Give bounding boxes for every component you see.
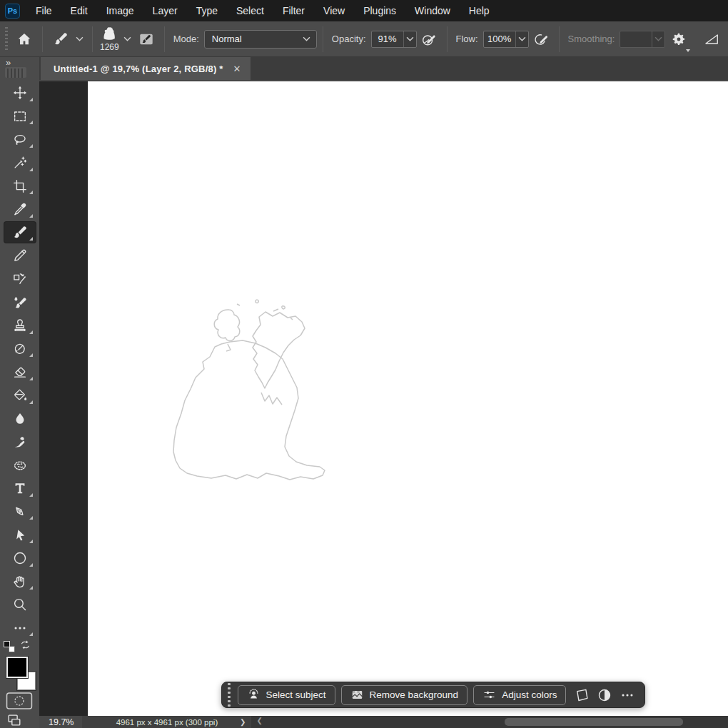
flyout-triangle (29, 98, 33, 101)
tool-path-selection[interactable] (0, 523, 39, 547)
menu-view[interactable]: View (314, 0, 354, 21)
tool-type[interactable] (0, 477, 39, 500)
pressure-opacity-toggle[interactable] (417, 25, 441, 54)
document-info[interactable]: 4961 px x 4961 px (300 ppi) ❯ (82, 716, 251, 728)
tool-pen[interactable] (0, 500, 39, 524)
smoothing-chevron (652, 31, 664, 47)
brush-preset-chevron[interactable] (121, 36, 134, 41)
menu-help[interactable]: Help (460, 0, 499, 21)
swap-colors-icon (19, 639, 31, 651)
opacity-label: Opacity: (332, 34, 366, 44)
tool-history-brush[interactable] (0, 338, 39, 361)
foreground-color-swatch[interactable] (6, 657, 28, 678)
document-tab-title: Untitled-1 @ 19,7% (Layer 2, RGB/8) * (54, 64, 223, 74)
flow-input[interactable] (484, 31, 515, 47)
home-icon (16, 31, 32, 47)
airbrush-toggle[interactable] (529, 25, 553, 54)
flyout-triangle (29, 237, 33, 241)
screen-mode-button[interactable] (6, 712, 22, 728)
tool-object-selection[interactable] (0, 151, 39, 175)
menu-window[interactable]: Window (405, 0, 460, 21)
more-button[interactable] (617, 685, 637, 705)
tool-move[interactable] (0, 81, 39, 105)
chevron-down-icon (654, 36, 662, 41)
transform-button[interactable] (572, 685, 592, 705)
tool-eraser[interactable] (0, 360, 39, 384)
tool-zoom[interactable] (0, 593, 39, 617)
menu-select[interactable]: Select (227, 0, 273, 21)
photoshop-window: Ps FileEditImageLayerTypeSelectFilterVie… (0, 0, 728, 728)
tool-preset-brush-button[interactable] (49, 25, 73, 54)
tool-brush[interactable] (0, 221, 39, 245)
pasteboard (39, 81, 728, 716)
tool-pattern-stamp[interactable] (0, 268, 39, 291)
default-colors-button[interactable] (4, 641, 15, 652)
opacity-field (371, 31, 417, 48)
brush-icon (53, 31, 69, 47)
document-canvas[interactable] (88, 81, 728, 716)
flyout-triangle (29, 353, 33, 357)
tool-more[interactable] (0, 617, 39, 640)
quick-mask-button[interactable] (6, 692, 33, 712)
tonal-button[interactable] (595, 685, 615, 705)
brush-tip-bear-icon (101, 26, 118, 41)
menu-type[interactable]: Type (187, 0, 227, 21)
tool-clone-stamp[interactable] (0, 314, 39, 338)
flyout-triangle (29, 586, 33, 590)
status-bar: 19.7% 4961 px x 4961 px (300 ppi) ❯ ❮ (39, 716, 728, 728)
opacity-input[interactable] (372, 31, 403, 47)
tool-crop[interactable] (0, 174, 39, 198)
task-bar-drag-handle[interactable] (228, 683, 231, 707)
brush-options-gear-button[interactable] (665, 25, 692, 54)
separator (559, 26, 560, 52)
home-button[interactable] (12, 25, 36, 54)
tool-sponge[interactable] (0, 454, 39, 477)
flyout-triangle (29, 516, 33, 520)
tool-eyedropper[interactable] (0, 198, 39, 221)
flow-chevron[interactable] (515, 31, 528, 47)
remove-background-button[interactable]: Remove background (341, 685, 468, 705)
tool-pencil[interactable] (0, 244, 39, 268)
scroll-left-icon[interactable]: ❮ (256, 717, 262, 724)
status-flyout-icon[interactable]: ❯ (240, 718, 246, 726)
flyout-triangle (29, 191, 33, 194)
tab-close-icon[interactable]: ✕ (233, 64, 241, 74)
tool-mixer-brush[interactable] (0, 290, 39, 314)
brush-panel-icon (138, 31, 154, 47)
tool-paint-bucket[interactable] (0, 384, 39, 408)
options-bar-grip[interactable] (5, 27, 8, 51)
tool-blur[interactable] (0, 407, 39, 430)
tool-marquee[interactable] (0, 105, 39, 128)
brush-preset-picker[interactable]: 1269 (100, 26, 119, 52)
bear-outline-drawing (88, 81, 728, 716)
menu-edit[interactable]: Edit (61, 0, 97, 21)
menu-layer[interactable]: Layer (143, 0, 187, 21)
blend-mode-select[interactable]: Normal (204, 30, 317, 49)
separator (323, 26, 323, 52)
zoom-level-field[interactable]: 19.7% (39, 717, 82, 727)
expand-panels-icon[interactable]: » (6, 57, 11, 68)
menu-image[interactable]: Image (97, 0, 143, 21)
gear-flyout-triangle (686, 49, 690, 52)
separator (164, 26, 165, 52)
horizontal-scrollbar[interactable]: ❮ (251, 716, 728, 728)
tool-hand[interactable] (0, 570, 39, 593)
toolbar-grip[interactable] (5, 67, 26, 78)
menu-file[interactable]: File (26, 0, 61, 21)
scrollbar-thumb[interactable] (505, 718, 683, 726)
opacity-chevron[interactable] (403, 31, 416, 47)
flyout-triangle (29, 377, 33, 380)
brush-settings-panel-toggle[interactable] (134, 25, 158, 54)
menu-filter[interactable]: Filter (273, 0, 314, 21)
brush-angle-button[interactable] (699, 25, 724, 54)
select-subject-button[interactable]: Select subject (238, 685, 335, 705)
tool-ellipse[interactable] (0, 547, 39, 570)
options-bar: 1269 Mode: Normal Opacity: Flow: (0, 21, 728, 57)
document-tab[interactable]: Untitled-1 @ 19,7% (Layer 2, RGB/8) * ✕ (41, 57, 251, 80)
swap-colors-button[interactable] (19, 639, 31, 651)
menu-plugins[interactable]: Plugins (354, 0, 405, 21)
adjust-colors-button[interactable]: Adjust colors (473, 685, 566, 705)
tool-preset-chevron[interactable] (73, 36, 86, 41)
tool-smudge[interactable] (0, 430, 39, 454)
tool-lasso[interactable] (0, 128, 39, 151)
